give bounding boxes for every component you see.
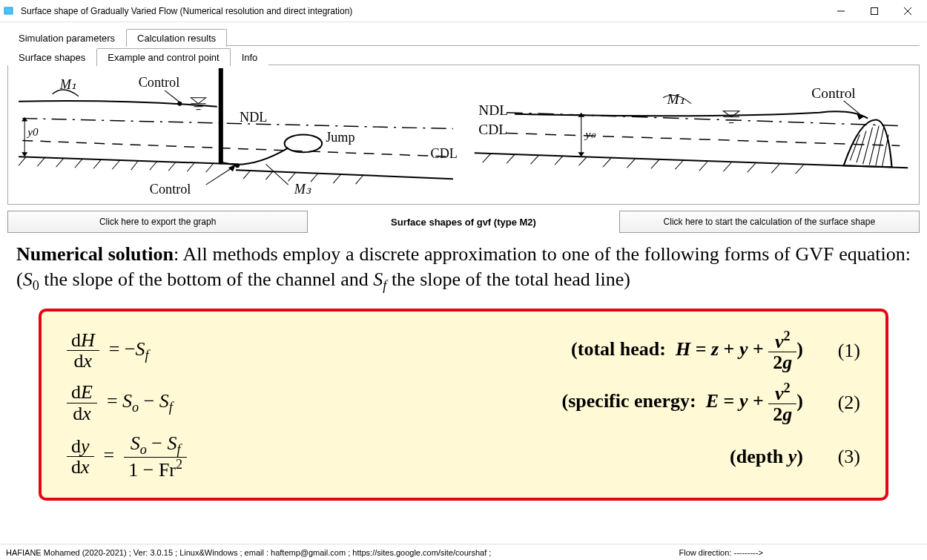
example-diagram: M₁ Control NDL CDL y0: [7, 65, 920, 205]
svg-point-27: [177, 102, 182, 106]
svg-line-18: [187, 162, 194, 171]
explain-heading: Numerical solution: [16, 243, 174, 265]
equation-2: dEdx = So − Sf (specific energy: E = y +…: [64, 377, 863, 429]
tab-example-control-point[interactable]: Example and control point: [96, 48, 230, 66]
svg-line-20: [243, 170, 251, 179]
label-control-r: Control: [811, 86, 855, 101]
svg-line-44: [507, 154, 515, 163]
maximize-button[interactable]: [857, 0, 891, 22]
status-bar: HAFIANE Mohamed (2020-2021) ; Ver: 3.0.1…: [0, 544, 927, 560]
svg-line-32: [22, 119, 453, 129]
equation-3: dydx = So − Sf1 − Fr2 (depth y) (3): [64, 429, 863, 484]
status-flow-direction: Flow direction: --------->: [679, 548, 763, 557]
label-control-top: Control: [139, 75, 180, 90]
tab-info[interactable]: Info: [231, 48, 269, 66]
label-control-bottom: Control: [150, 182, 191, 197]
label-ndl: NDL: [240, 110, 267, 125]
equation-1: dHdx = −Sf (total head: H = z + y + v22g…: [64, 325, 863, 377]
svg-line-11: [56, 158, 64, 167]
svg-marker-36: [22, 152, 27, 157]
action-row: Click here to export the graph Surface s…: [7, 211, 920, 233]
window-title: Surface shape of Gradually Varied Flow (…: [21, 6, 824, 16]
client-area: Simulation parameters Calculation result…: [0, 22, 927, 544]
svg-line-48: [603, 158, 611, 167]
svg-point-40: [235, 163, 240, 168]
svg-line-23: [311, 173, 318, 182]
close-button[interactable]: [891, 0, 924, 22]
svg-line-14: [112, 160, 119, 169]
svg-line-33: [22, 140, 453, 157]
diagram-left: M₁ Control NDL CDL y0: [11, 68, 461, 201]
explanation-text: Numerical solution: All methods employ a…: [16, 242, 911, 295]
svg-line-55: [771, 164, 779, 173]
svg-line-49: [627, 159, 635, 168]
svg-line-16: [150, 161, 157, 170]
svg-line-38: [206, 168, 232, 185]
svg-line-58: [507, 134, 900, 146]
tabs-secondary: Surface shapes Example and control point…: [7, 47, 920, 65]
svg-line-26: [165, 90, 179, 102]
svg-line-53: [723, 162, 731, 171]
surface-shape-label: Surface shapes of gvf (type M2): [314, 211, 613, 233]
svg-line-54: [748, 163, 756, 172]
svg-marker-35: [22, 117, 27, 122]
label-cdl-r: CDL: [478, 122, 507, 137]
window-controls: [824, 0, 924, 22]
status-credits: HAFIANE Mohamed (2020-2021) ; Ver: 3.0.1…: [6, 548, 491, 557]
svg-marker-31: [191, 98, 205, 104]
label-y0-left: y0: [26, 127, 39, 139]
svg-line-50: [651, 159, 659, 168]
tab-calculation-results[interactable]: Calculation results: [126, 29, 227, 47]
label-m3: M₃: [294, 182, 311, 197]
svg-line-25: [356, 175, 363, 184]
export-graph-button[interactable]: Click here to export the graph: [7, 211, 308, 233]
svg-line-9: [19, 157, 26, 165]
titlebar: Surface shape of Gradually Varied Flow (…: [0, 0, 927, 22]
label-m1: M₁: [59, 77, 76, 92]
svg-line-22: [288, 172, 296, 181]
svg-line-47: [579, 157, 587, 165]
app-icon: [3, 5, 15, 17]
svg-rect-0: [4, 7, 13, 14]
svg-line-8: [236, 170, 453, 179]
diagram-right: NDL CDL M₁ y₀ Control: [466, 68, 916, 201]
svg-line-46: [555, 156, 563, 165]
label-cdl: CDL: [431, 146, 458, 161]
svg-point-37: [285, 135, 323, 153]
svg-line-12: [75, 159, 82, 168]
svg-line-17: [168, 162, 176, 171]
theory-panel: Numerical solution: All methods employ a…: [7, 237, 920, 505]
svg-marker-39: [228, 164, 236, 171]
start-calculation-button[interactable]: Click here to start the calculation of t…: [619, 211, 920, 233]
svg-rect-3: [871, 7, 877, 14]
svg-line-13: [93, 159, 101, 168]
svg-line-19: [206, 163, 214, 172]
label-y0-r: y₀: [584, 128, 597, 140]
equations-box: dHdx = −Sf (total head: H = z + y + v22g…: [39, 309, 888, 501]
tabs-primary: Simulation parameters Calculation result…: [7, 27, 920, 46]
tab-surface-shapes[interactable]: Surface shapes: [7, 48, 96, 66]
svg-line-15: [131, 160, 139, 170]
svg-line-45: [531, 155, 539, 164]
calculation-results-pane: Surface shapes Example and control point…: [7, 47, 920, 505]
svg-line-10: [37, 157, 44, 166]
svg-line-7: [19, 157, 236, 164]
svg-line-73: [883, 135, 889, 167]
label-m1-r: M₁: [666, 91, 684, 106]
svg-line-52: [699, 162, 707, 171]
svg-line-41: [265, 164, 288, 185]
label-ndl-r: NDL: [478, 102, 508, 117]
svg-line-56: [796, 165, 804, 174]
tab-simulation-parameters[interactable]: Simulation parameters: [7, 29, 126, 47]
svg-line-51: [675, 160, 683, 169]
svg-line-43: [483, 154, 491, 162]
minimize-button[interactable]: [824, 0, 857, 22]
svg-line-24: [333, 174, 340, 183]
label-jump: Jump: [326, 131, 354, 145]
